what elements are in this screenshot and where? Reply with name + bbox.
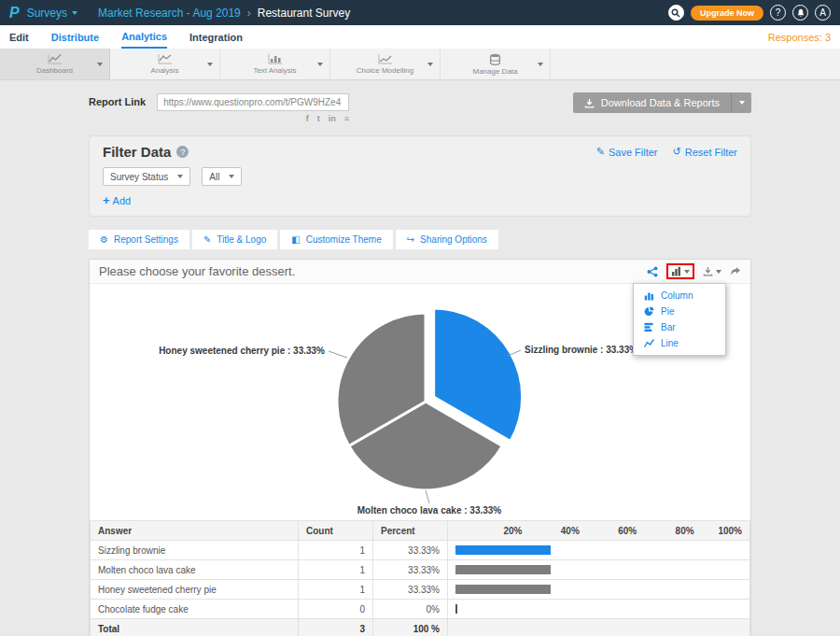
chevron-down-icon[interactable] <box>317 63 323 66</box>
chevron-down-icon <box>72 11 77 15</box>
menu-item-line[interactable]: Line <box>634 335 725 351</box>
download-widget-button[interactable] <box>703 266 721 276</box>
pie-chart-icon <box>644 306 654 317</box>
search-button[interactable] <box>668 5 684 21</box>
nav-item-integration[interactable]: Integration <box>189 25 243 49</box>
bar-cell <box>448 560 750 580</box>
breadcrumb-parent[interactable]: Market Research - Aug 2019 <box>98 7 241 20</box>
tab-label: Title & Logo <box>217 234 266 245</box>
tab-label: Customize Theme <box>306 234 382 245</box>
upgrade-now-button[interactable]: Upgrade Now <box>691 6 763 21</box>
chevron-down-icon[interactable] <box>207 63 213 66</box>
tab-customize-theme[interactable]: ◧ Customize Theme <box>280 230 392 249</box>
filter-value-select[interactable]: All <box>202 167 242 186</box>
tab-label: Report Settings <box>114 234 178 245</box>
bar-chart-icon <box>671 266 681 276</box>
topbar-actions: Upgrade Now ? A <box>668 5 831 21</box>
tab-text-analysis[interactable]: Text Analysis <box>220 49 330 79</box>
table-total-row: Total 3 100 % <box>91 619 750 636</box>
list-icon[interactable]: ≡ <box>344 114 349 123</box>
report-link-input[interactable] <box>157 93 349 111</box>
count-cell: 1 <box>299 560 373 580</box>
chevron-down-icon <box>716 270 721 274</box>
download-options-caret[interactable] <box>731 92 751 113</box>
percent-cell: 33.33% <box>373 580 448 600</box>
menu-item-label: Column <box>661 290 693 301</box>
menu-item-label: Line <box>661 338 679 348</box>
chart-type-button[interactable] <box>666 263 694 279</box>
count-cell: 0 <box>299 600 373 619</box>
menu-item-bar[interactable]: Bar <box>634 319 725 335</box>
tab-sharing-options[interactable]: ↪ Sharing Options <box>396 230 498 249</box>
results-table: Answer Count Percent 20% 40% 60% 80% 100… <box>90 520 750 636</box>
scale-label-100: 100% <box>718 526 742 536</box>
line-chart-icon <box>644 338 654 348</box>
search-icon <box>671 8 680 18</box>
col-header-count: Count <box>299 521 373 541</box>
nav-item-edit[interactable]: Edit <box>9 25 29 49</box>
twitter-icon[interactable]: t <box>317 114 320 123</box>
facebook-icon[interactable]: f <box>306 114 309 123</box>
plus-icon: + <box>103 193 110 207</box>
bar-cell <box>448 541 750 560</box>
nav-item-distribute[interactable]: Distribute <box>51 25 99 49</box>
main-nav: Edit Distribute Analytics Integration Re… <box>0 25 840 49</box>
menu-item-column[interactable]: Column <box>634 288 725 304</box>
reset-icon: ↺ <box>673 146 681 158</box>
nav-item-analytics[interactable]: Analytics <box>121 25 167 49</box>
tab-label: Manage Data <box>472 67 517 76</box>
pencil-icon: ✎ <box>203 234 211 245</box>
pie-slice-label: Honey sweetened cherry pie : 33.33% <box>159 346 325 356</box>
chart-type-menu: Column Pie Bar Line <box>633 283 726 356</box>
share-alt-button[interactable] <box>647 266 658 277</box>
survey-status-value: Survey Status <box>110 172 168 182</box>
dashboard-chart-icon <box>48 53 63 64</box>
content-area: Report Link f t in ≡ Download Data & Rep… <box>0 80 840 636</box>
table-row: Molten choco lava cake 1 33.33% <box>91 560 750 580</box>
breadcrumb-current: Restaurant Survey <box>258 7 350 20</box>
topbar: P Surveys Market Research - Aug 2019 › R… <box>0 0 840 25</box>
survey-status-select[interactable]: Survey Status <box>103 167 190 186</box>
total-count-cell: 3 <box>299 619 373 636</box>
add-filter-button[interactable]: + Add <box>103 193 737 207</box>
report-link-row: Report Link f t in ≡ Download Data & Rep… <box>89 92 751 123</box>
chevron-down-icon[interactable] <box>427 63 433 66</box>
share-widget-button[interactable] <box>730 266 741 276</box>
table-row: Honey sweetened cherry pie 1 33.33% <box>91 580 750 600</box>
tab-manage-data[interactable]: Manage Data <box>441 49 551 79</box>
save-filter-label: Save Filter <box>609 147 658 158</box>
responses-count: Responses: 3 <box>768 32 831 43</box>
scale-label-60: 60% <box>618 526 637 536</box>
save-filter-button[interactable]: ✎ Save Filter <box>596 146 658 158</box>
col-header-percent: Percent <box>373 521 448 541</box>
menu-item-pie[interactable]: Pie <box>634 304 725 319</box>
reset-filter-button[interactable]: ↺ Reset Filter <box>673 146 737 158</box>
surveys-dropdown[interactable]: Surveys <box>27 7 77 20</box>
chevron-down-icon[interactable] <box>97 63 103 66</box>
download-icon <box>584 98 595 108</box>
tab-report-settings[interactable]: ⚙ Report Settings <box>89 230 189 249</box>
answer-bar <box>455 545 551 555</box>
linkedin-icon[interactable]: in <box>329 114 336 123</box>
total-percent-cell: 100 % <box>373 619 448 636</box>
download-data-reports-button[interactable]: Download Data & Reports <box>573 92 751 113</box>
help-button[interactable]: ? <box>770 5 786 21</box>
share-arrow-icon: ↪ <box>407 234 414 245</box>
chevron-down-icon[interactable] <box>538 63 543 66</box>
choice-modelling-icon <box>378 53 393 64</box>
tab-title-logo[interactable]: ✎ Title & Logo <box>192 230 277 249</box>
brand-logo[interactable]: P <box>9 6 20 21</box>
tab-choice-modelling[interactable]: Choice Modelling <box>330 49 441 79</box>
gear-icon: ⚙ <box>100 234 108 245</box>
tab-dashboard[interactable]: Dashboard <box>0 49 110 79</box>
question-widget: Please choose your favorite dessert. <box>89 259 751 636</box>
avatar[interactable]: A <box>815 5 831 21</box>
filter-help-icon[interactable]: ? <box>176 146 189 158</box>
tab-analysis[interactable]: Analysis <box>110 49 220 79</box>
download-icon <box>703 266 713 276</box>
bar-cell <box>448 600 750 619</box>
table-header-row: Answer Count Percent 20% 40% 60% 80% 100… <box>91 521 750 541</box>
forward-arrow-icon <box>730 266 741 276</box>
column-chart-icon <box>644 290 654 301</box>
notifications-button[interactable] <box>792 5 808 21</box>
